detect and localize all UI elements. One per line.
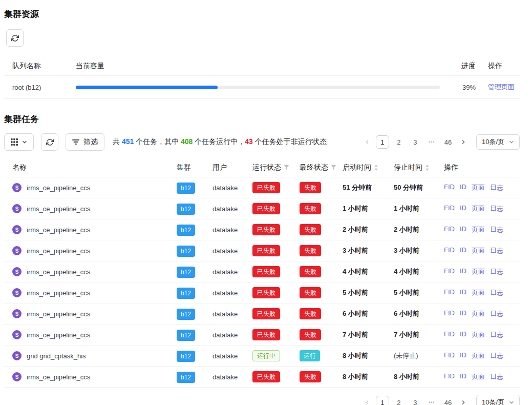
task-action-link[interactable]: ID — [460, 372, 466, 381]
task-action-link[interactable]: ID — [460, 351, 466, 360]
page-button[interactable]: 2 — [392, 396, 406, 405]
task-avatar: S — [12, 183, 22, 192]
chevron-down-icon — [509, 139, 514, 145]
page-button[interactable]: 46 — [441, 135, 455, 149]
task-action-link[interactable]: 页面 — [472, 309, 485, 318]
final-status-badge: 失败 — [300, 245, 321, 256]
resources-refresh-button[interactable] — [6, 29, 24, 47]
page-button[interactable]: 3 — [409, 135, 422, 149]
task-action-link[interactable]: 日志 — [490, 309, 503, 318]
task-row: S irms_ce_pipeline_ccs b12 datalake 已失败 … — [4, 219, 520, 240]
col-progress: 进度 — [452, 62, 476, 71]
task-action-link[interactable]: 日志 — [490, 183, 503, 192]
task-action-link[interactable]: 页面 — [472, 225, 485, 234]
sort-icon[interactable] — [425, 164, 430, 171]
page-button[interactable]: 3 — [409, 396, 422, 405]
task-action-link[interactable]: ID — [460, 288, 466, 297]
task-action-link[interactable]: FID — [444, 267, 455, 276]
filter-lines-icon — [72, 139, 79, 145]
queue-name: root (b12) — [12, 84, 63, 91]
task-action-link[interactable]: 日志 — [490, 225, 503, 234]
stop-time: 6 小时前 — [394, 309, 444, 318]
task-action-link[interactable]: FID — [444, 288, 455, 297]
task-name: irms_ce_pipeline_ccs — [27, 289, 90, 297]
run-status-badge: 已失败 — [252, 182, 280, 193]
filter-funnel-icon[interactable] — [331, 165, 336, 170]
task-row: S irms_ce_pipeline_ccs b12 datalake 已失败 … — [4, 282, 520, 303]
filter-button[interactable]: 筛选 — [66, 133, 104, 151]
task-user: datalake — [212, 373, 252, 381]
task-action-link[interactable]: FID — [444, 225, 455, 234]
task-action-link[interactable]: 日志 — [490, 351, 503, 360]
task-action-link[interactable]: 页面 — [472, 246, 485, 255]
start-time: 3 小时前 — [343, 246, 394, 255]
manage-page-link[interactable]: 管理页面 — [488, 83, 515, 91]
task-action-link[interactable]: 页面 — [472, 204, 485, 213]
task-action-link[interactable]: FID — [444, 372, 455, 381]
filter-funnel-icon[interactable] — [284, 165, 289, 170]
task-row: S grid grid_cptask_his b12 datalake 运行中 … — [4, 346, 520, 367]
run-status-badge: 已失败 — [252, 329, 280, 340]
task-action-link[interactable]: FID — [444, 204, 455, 213]
task-name: irms_ce_pipeline_ccs — [27, 226, 90, 234]
task-action-link[interactable]: 日志 — [490, 246, 503, 255]
task-action-link[interactable]: FID — [444, 351, 455, 360]
final-status-badge: 失败 — [300, 266, 321, 277]
task-actions: FIDID页面日志 — [444, 246, 520, 255]
task-action-link[interactable]: ID — [460, 225, 466, 234]
col-start-time: 启动时间 — [343, 163, 394, 172]
task-user: datalake — [212, 226, 252, 234]
pagination-pages: 123•••46 — [376, 135, 455, 149]
final-status-badge: 失败 — [300, 329, 321, 340]
task-action-link[interactable]: FID — [444, 309, 455, 318]
column-settings-button[interactable] — [4, 133, 34, 151]
task-action-link[interactable]: 日志 — [490, 372, 503, 381]
task-action-link[interactable]: ID — [460, 246, 466, 255]
task-action-link[interactable]: 页面 — [472, 330, 485, 339]
prev-page-button[interactable] — [361, 135, 373, 149]
task-action-link[interactable]: 页面 — [472, 183, 485, 192]
task-action-link[interactable]: ID — [460, 183, 466, 192]
next-page-button[interactable] — [458, 135, 469, 149]
page-button[interactable]: 2 — [392, 135, 406, 149]
page-button[interactable]: 46 — [441, 396, 455, 405]
task-action-link[interactable]: 页面 — [472, 351, 485, 360]
final-status-badge: 失败 — [300, 203, 321, 214]
page-size-select[interactable]: 10条/页 — [476, 134, 520, 150]
task-action-link[interactable]: 日志 — [490, 204, 503, 213]
stop-time: 8 小时前 — [394, 372, 444, 381]
task-action-link[interactable]: ID — [460, 309, 466, 318]
stop-time: 3 小时前 — [394, 246, 444, 255]
task-action-link[interactable]: 日志 — [490, 267, 503, 276]
prev-page-button[interactable] — [361, 396, 373, 405]
task-action-link[interactable]: 页面 — [472, 372, 485, 381]
page-button[interactable]: 1 — [376, 135, 389, 149]
chevron-down-icon — [509, 400, 514, 405]
task-actions: FIDID页面日志 — [444, 309, 520, 318]
task-action-link[interactable]: ID — [460, 267, 466, 276]
task-actions: FIDID页面日志 — [444, 351, 520, 360]
stop-time: 5 小时前 — [394, 288, 444, 297]
page-size-select[interactable]: 10条/页 — [476, 395, 520, 405]
cluster-tag: b12 — [177, 267, 195, 278]
task-action-link[interactable]: 日志 — [490, 330, 503, 339]
task-user: datalake — [212, 184, 252, 192]
task-action-link[interactable]: 页面 — [472, 288, 485, 297]
col-name: 名称 — [12, 163, 177, 172]
tasks-refresh-button[interactable] — [41, 133, 58, 151]
task-action-link[interactable]: ID — [460, 330, 466, 339]
task-action-link[interactable]: 页面 — [472, 267, 485, 276]
task-action-link[interactable]: FID — [444, 330, 455, 339]
task-table-header: 名称 集群 用户 运行状态 最终状态 启动时间 停止时间 操作 — [4, 158, 520, 177]
task-user: datalake — [212, 310, 252, 318]
task-action-link[interactable]: FID — [444, 183, 455, 192]
tasks-table: 名称 集群 用户 运行状态 最终状态 启动时间 停止时间 操作 S irms_c… — [4, 158, 520, 388]
page-button[interactable]: 1 — [376, 396, 389, 405]
next-page-button[interactable] — [458, 396, 469, 405]
task-action-link[interactable]: 日志 — [490, 288, 503, 297]
task-avatar: S — [12, 330, 22, 339]
task-action-link[interactable]: ID — [460, 204, 466, 213]
task-action-link[interactable]: FID — [444, 246, 455, 255]
sort-icon[interactable] — [374, 164, 378, 171]
stop-time: 4 小时前 — [394, 267, 444, 276]
